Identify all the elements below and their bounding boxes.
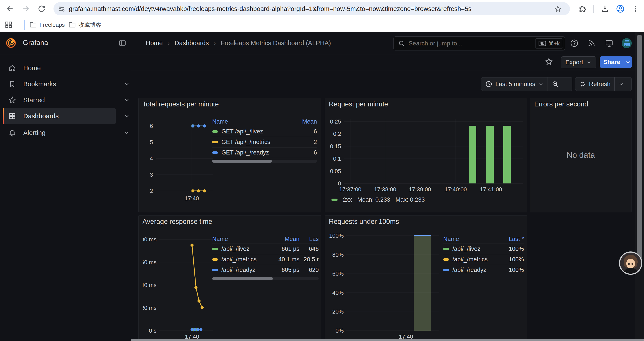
chevron-down-icon[interactable] [124,130,130,136]
legend-series-name[interactable]: 2xx [343,196,352,203]
kiosk-monitor-icon[interactable] [605,39,613,47]
legend-series-name[interactable]: /api/_/readyz [443,267,500,273]
legend-header-cell[interactable]: Mean [266,236,300,242]
panel-average-response-time[interactable]: Average response time 17:4080 ms60 ms40 … [138,215,321,341]
bookmark-star-icon[interactable] [554,5,562,13]
clock-icon [485,81,492,88]
sidebar-item-bookmarks[interactable]: Bookmarks [3,76,116,92]
sidebar-item-dashboards[interactable]: Dashboards [3,108,116,124]
chevron-down-icon[interactable] [124,81,130,87]
panel-request-per-minute[interactable]: Request per minute 17:37:0017:38:0017:39… [325,98,527,212]
bookmarks-bar: Freeleaps 收藏博客 [0,18,644,32]
refresh-interval-dropdown[interactable] [615,78,628,91]
legend-value: 100% [500,245,524,252]
sidebar-toggle-icon[interactable] [118,39,126,47]
extensions-icon[interactable] [576,3,588,15]
panel-errors-per-second[interactable]: Errors per second No data [530,98,632,212]
legend-row[interactable]: /api/_/readyz100% [443,265,524,275]
download-icon[interactable] [599,3,611,15]
legend-series-name[interactable]: GET /api/_/metrics [212,139,297,146]
share-menu-chevron-icon[interactable] [624,56,632,68]
refresh-icon [579,81,586,87]
chart-requests-under-100ms: 17:40100%80%60%40%20%0% [329,233,439,341]
legend-series-name[interactable]: GET /api/_/livez [212,128,297,135]
shortcut-label: ⌘+k [548,40,560,47]
legend-header-cell[interactable]: Mean [297,118,317,125]
sidebar-item-starred[interactable]: Starred [3,92,116,108]
legend-series-name[interactable]: /api/_/livez [443,245,500,252]
legend-row[interactable]: GET /api/_/livez6 [212,126,317,137]
share-button[interactable]: Share [600,56,632,68]
panel-requests-under-100ms[interactable]: Requests under 100ms 17:40100%80%60%40%2… [325,215,527,341]
back-icon[interactable] [4,3,16,15]
assistant-avatar[interactable] [619,251,642,275]
time-range-picker[interactable]: Last 5 minutes [481,78,548,91]
search-input[interactable] [408,40,535,47]
chart-legend[interactable]: 2xx Mean: 0.233 Max: 0.233 [332,196,425,203]
legend-header-row[interactable]: NameMeanLas [212,234,319,244]
vertical-scrollbar[interactable] [637,35,642,264]
user-avatar[interactable] [622,38,632,48]
grafana-logo[interactable] [5,37,17,49]
legend-row[interactable]: /api/_/metrics40.1 ms20.5 r [212,254,319,265]
star-icon [8,96,16,104]
legend-series-name[interactable]: /api/_/metrics [443,256,500,263]
legend-row[interactable]: /api/_/livez661 µs646 [212,244,319,254]
legend-header-cell[interactable]: Name [212,236,266,242]
horizontal-scrollbar[interactable] [131,339,644,341]
help-icon[interactable] [570,39,578,47]
bookmark-folder-blogs[interactable]: 收藏博客 [68,20,101,30]
panel-title[interactable]: Total requests per minute [142,100,219,108]
legend-row[interactable]: /api/_/livez100% [443,244,524,254]
sidebar-item-alerting[interactable]: Alerting [3,125,116,141]
legend-series-name[interactable]: /api/_/livez [212,245,266,252]
legend-header-cell[interactable]: Las [300,236,319,242]
refresh-button[interactable]: Refresh [576,78,614,91]
export-button[interactable]: Export [561,56,596,68]
legend-series-name[interactable]: /api/_/readyz [212,267,266,273]
chevron-down-icon[interactable] [124,97,130,103]
panel-total-requests-per-minute[interactable]: Total requests per minute 17:4065432 Nam… [138,98,321,212]
sidebar-item-home[interactable]: Home [3,60,116,76]
tune-icon[interactable] [58,6,65,12]
browser-menu-icon[interactable] [630,3,642,15]
url-bar[interactable]: grafana.mathmast.com/d/deytv4rwavabkb/fr… [54,2,570,15]
bookmark-icon [8,80,16,88]
legend-swatch [212,151,218,154]
legend-mean: Mean: 0.233 [357,196,390,203]
legend-series-name[interactable]: /api/_/metrics [212,256,266,263]
legend-row[interactable]: /api/_/readyz605 µs620 [212,265,319,275]
favorite-star-icon[interactable] [545,58,553,66]
legend-row[interactable]: /api/_/metrics100% [443,254,524,265]
url-text[interactable]: grafana.mathmast.com/d/deytv4rwavabkb/fr… [69,5,472,13]
legend-scrollbar[interactable] [212,277,319,280]
chevron-down-icon[interactable] [124,113,130,119]
legend-header-cell[interactable]: Last * [500,236,524,242]
legend-header-cell[interactable]: Name [443,236,500,242]
bookmark-folder-freeleaps[interactable]: Freeleaps [29,20,65,30]
legend-header-row[interactable]: NameMean [212,117,317,126]
brand-title[interactable]: Grafana [23,39,48,47]
zoom-out-button[interactable] [548,78,563,91]
breadcrumb-home[interactable]: Home [146,40,163,47]
legend-scrollbar[interactable] [212,160,317,163]
legend-row[interactable]: GET /api/_/metrics2 [212,137,317,147]
breadcrumb-dashboards[interactable]: Dashboards [174,40,209,47]
forward-icon[interactable] [20,3,32,15]
panel-title[interactable]: Average response time [142,218,212,226]
reload-icon[interactable] [36,3,48,15]
apps-grid-icon[interactable] [5,20,12,30]
share-label[interactable]: Share [600,56,624,68]
panel-title[interactable]: Requests under 100ms [329,218,399,226]
breadcrumb-separator: › [214,40,216,47]
news-rss-icon[interactable] [588,39,596,47]
legend-row[interactable]: GET /api/_/readyz6 [212,147,317,158]
legend-scrollbar-thumb[interactable] [212,277,273,280]
search-input-wrapper[interactable]: ⌘+k [394,37,565,51]
panel-title[interactable]: Request per minute [329,100,388,108]
legend-scrollbar-thumb[interactable] [212,160,272,163]
profile-icon[interactable] [614,3,626,15]
legend-header-row[interactable]: NameLast * [443,234,524,244]
legend-series-name[interactable]: GET /api/_/readyz [212,149,297,156]
legend-header-cell[interactable]: Name [212,118,297,125]
